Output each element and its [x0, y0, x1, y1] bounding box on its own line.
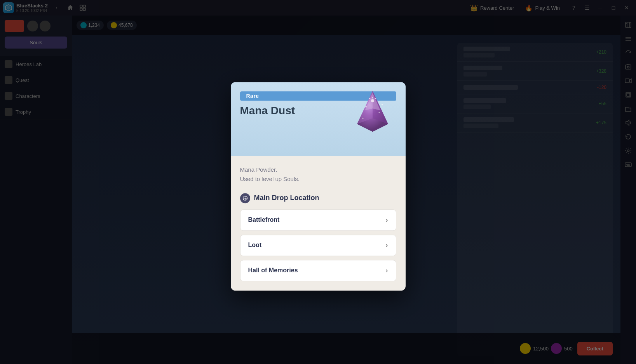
- svg-point-33: [362, 117, 363, 118]
- location-name-loot: Loot: [248, 242, 262, 249]
- location-item-loot[interactable]: Loot ›: [240, 235, 396, 256]
- drop-location-title: Main Drop Location: [240, 193, 396, 203]
- svg-point-28: [378, 111, 380, 113]
- location-name-hall-of-memories: Hall of Memories: [248, 267, 298, 274]
- modal-header: Rare Mana Dust: [231, 82, 406, 156]
- description-line1: Mana Powder.: [240, 165, 396, 174]
- location-name-battlefront: Battlefront: [248, 216, 280, 223]
- item-description: Mana Powder. Used to level up Souls.: [240, 165, 396, 184]
- chevron-right-icon-battlefront: ›: [386, 216, 388, 224]
- svg-point-34: [382, 104, 383, 105]
- item-image: [351, 89, 398, 139]
- compass-icon: [240, 193, 250, 203]
- item-detail-modal: Rare Mana Dust: [231, 82, 406, 291]
- modal-body: Mana Powder. Used to level up Souls. Mai…: [231, 156, 406, 291]
- location-item-battlefront[interactable]: Battlefront ›: [240, 209, 396, 231]
- svg-point-29: [371, 99, 374, 102]
- location-list: Battlefront › Loot › Hall of Memories ›: [240, 209, 396, 281]
- description-line2: Used to level up Souls.: [240, 174, 396, 184]
- drop-location-heading: Main Drop Location: [254, 194, 319, 202]
- chevron-right-icon-hall-of-memories: ›: [386, 266, 388, 275]
- location-item-hall-of-memories[interactable]: Hall of Memories ›: [240, 260, 396, 281]
- svg-point-36: [244, 197, 246, 199]
- chevron-right-icon-loot: ›: [386, 241, 388, 249]
- svg-point-27: [365, 105, 367, 108]
